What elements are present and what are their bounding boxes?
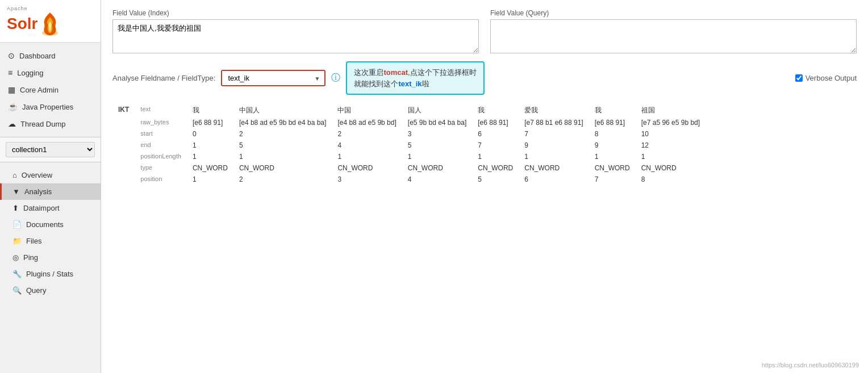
table-cell: [e7 a5 96 e5 9b bd] bbox=[636, 117, 706, 128]
files-icon: 📁 bbox=[12, 237, 22, 245]
table-cell: 12 bbox=[636, 140, 706, 151]
analysis-icon: ▼ bbox=[12, 187, 20, 196]
row-header: type bbox=[135, 162, 187, 174]
table-cell: 1 bbox=[472, 151, 519, 162]
query-field-textarea[interactable] bbox=[490, 19, 857, 53]
table-cell: [e7 88 b1 e6 88 91] bbox=[519, 117, 589, 128]
table-cell: 1 bbox=[187, 140, 233, 151]
table-cell: 9 bbox=[519, 140, 589, 151]
table-cell: [e4 b8 ad e5 9b bd e4 ba ba] bbox=[233, 117, 332, 128]
index-field-textarea[interactable] bbox=[112, 19, 479, 53]
sidebar-item-overview[interactable]: ⌂ Overview bbox=[0, 167, 101, 183]
collection-select[interactable]: collection1 bbox=[6, 142, 95, 157]
table-cell: 2 bbox=[233, 128, 332, 140]
table-cell: 5 bbox=[402, 140, 472, 151]
ping-icon: ◎ bbox=[12, 253, 19, 262]
verbose-checkbox[interactable] bbox=[795, 74, 803, 82]
sidebar: Apache Solr ⊙ Dashboard ≡ Logging ▦ Core… bbox=[0, 0, 101, 373]
row-header: text bbox=[135, 104, 187, 117]
main-content: Field Value (Index) Field Value (Query) … bbox=[101, 0, 868, 373]
table-cell: 10 bbox=[636, 128, 706, 140]
tooltip-text-4: 啦 bbox=[422, 79, 429, 88]
tooltip-text-2: ,点这个下拉选择框时 bbox=[408, 68, 477, 77]
dataimport-icon: ⬆ bbox=[12, 204, 19, 212]
tooltip-bubble: 这次重启tomcat,点这个下拉选择框时 就能找到这个text_ik啦 bbox=[346, 61, 484, 95]
table-cell: [e6 88 91] bbox=[472, 117, 519, 128]
table-cell: 爱我 bbox=[519, 104, 589, 117]
thread-dump-icon: ☁ bbox=[8, 119, 16, 128]
table-row: end154579912 bbox=[112, 140, 706, 151]
tooltip-text-1: 这次重启 bbox=[354, 68, 383, 77]
sidebar-item-query[interactable]: 🔍 Query bbox=[0, 282, 101, 299]
sidebar-item-files[interactable]: 📁 Files bbox=[0, 233, 101, 249]
watermark: https://blog.csdn.net/luo609630199 bbox=[762, 362, 859, 368]
table-cell: 我 bbox=[187, 104, 233, 117]
table-cell: 6 bbox=[519, 174, 589, 185]
table-row: position12345678 bbox=[112, 174, 706, 185]
table-cell: 4 bbox=[332, 140, 402, 151]
overview-icon: ⌂ bbox=[12, 171, 17, 179]
table-cell: 5 bbox=[472, 174, 519, 185]
table-cell: CN_WORD bbox=[589, 162, 636, 174]
analyse-row: Analyse Fieldname / FieldType: text_ik t… bbox=[112, 61, 857, 95]
fields-row: Field Value (Index) Field Value (Query) bbox=[112, 9, 857, 53]
table-cell: 我 bbox=[472, 104, 519, 117]
table-cell: 2 bbox=[233, 174, 332, 185]
table-cell: [e6 88 91] bbox=[187, 117, 233, 128]
table-cell: 国人 bbox=[402, 104, 472, 117]
table-cell: 2 bbox=[332, 128, 402, 140]
table-cell: 1 bbox=[233, 151, 332, 162]
tooltip-text-3: 就能找到这个 bbox=[354, 79, 398, 88]
table-cell: CN_WORD bbox=[472, 162, 519, 174]
verbose-check-wrap: Verbose Output bbox=[795, 74, 857, 82]
sidebar-item-analysis[interactable]: ▼ Analysis bbox=[0, 183, 101, 200]
core-admin-icon: ▦ bbox=[8, 85, 15, 94]
table-cell: 8 bbox=[589, 128, 636, 140]
row-header: positionLength bbox=[135, 151, 187, 162]
analyse-select[interactable]: text_ik text string bbox=[222, 71, 324, 85]
table-cell: 8 bbox=[636, 174, 706, 185]
table-cell: 7 bbox=[472, 140, 519, 151]
table-row: positionLength11111111 bbox=[112, 151, 706, 162]
table-cell: CN_WORD bbox=[402, 162, 472, 174]
query-field-group: Field Value (Query) bbox=[490, 9, 857, 53]
tooltip-tomcat: tomcat bbox=[383, 68, 408, 77]
query-icon: 🔍 bbox=[12, 286, 22, 295]
apache-label: Apache bbox=[7, 6, 28, 11]
query-field-label: Field Value (Query) bbox=[490, 9, 857, 17]
solr-logo: Apache Solr bbox=[7, 6, 61, 36]
table-cell: 1 bbox=[636, 151, 706, 162]
table-cell: [e6 88 91] bbox=[589, 117, 636, 128]
table-cell: 1 bbox=[519, 151, 589, 162]
sidebar-item-core-admin[interactable]: ▦ Core Admin bbox=[0, 81, 101, 98]
verbose-label: Verbose Output bbox=[806, 74, 857, 82]
sidebar-item-dataimport[interactable]: ⬆ Dataimport bbox=[0, 200, 101, 216]
sidebar-item-plugins-stats[interactable]: 🔧 Plugins / Stats bbox=[0, 266, 101, 282]
documents-icon: 📄 bbox=[12, 220, 22, 229]
sidebar-item-dashboard[interactable]: ⊙ Dashboard bbox=[0, 47, 101, 64]
table-cell: 5 bbox=[233, 140, 332, 151]
sidebar-item-documents[interactable]: 📄 Documents bbox=[0, 216, 101, 233]
sidebar-item-thread-dump[interactable]: ☁ Thread Dump bbox=[0, 115, 101, 132]
table-cell: CN_WORD bbox=[332, 162, 402, 174]
sidebar-item-logging[interactable]: ≡ Logging bbox=[0, 64, 101, 81]
table-cell: 1 bbox=[332, 151, 402, 162]
sidebar-item-ping[interactable]: ◎ Ping bbox=[0, 249, 101, 266]
sidebar-item-java-properties[interactable]: ☕ Java Properties bbox=[0, 98, 101, 115]
table-row: typeCN_WORDCN_WORDCN_WORDCN_WORDCN_WORDC… bbox=[112, 162, 706, 174]
solr-flame-icon bbox=[39, 11, 61, 36]
logging-icon: ≡ bbox=[8, 68, 12, 77]
table-cell: 3 bbox=[332, 174, 402, 185]
table-section-label: IKT bbox=[112, 104, 135, 185]
table-cell: 我 bbox=[589, 104, 636, 117]
table-cell: 1 bbox=[187, 174, 233, 185]
row-header: position bbox=[135, 174, 187, 185]
table-cell: 7 bbox=[589, 174, 636, 185]
row-header: raw_bytes bbox=[135, 117, 187, 128]
table-cell: 1 bbox=[402, 151, 472, 162]
info-icon: ⓘ bbox=[331, 72, 340, 84]
table-row: start022367810 bbox=[112, 128, 706, 140]
analyse-select-wrap: text_ik text string ▼ bbox=[221, 70, 326, 86]
table-cell: CN_WORD bbox=[519, 162, 589, 174]
solr-title: Solr bbox=[7, 11, 61, 36]
